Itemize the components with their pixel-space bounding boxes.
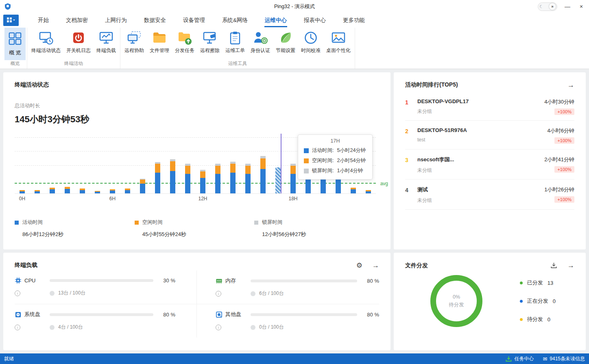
tab-data-security[interactable]: 数据安全 <box>135 13 175 28</box>
ribbon-button-work-order[interactable]: 运维工单 <box>223 28 248 55</box>
tab-device-management[interactable]: 设备管理 <box>175 13 214 28</box>
top5-panel-title: 活动时间排行(TOP5) <box>405 81 458 89</box>
moon-icon[interactable]: ☾ <box>539 4 543 9</box>
idle-time-swatch <box>304 158 309 163</box>
ribbon-group-label-terminal-activity: 终端活动 <box>28 60 119 69</box>
status-ready-text: 就绪 <box>4 355 14 362</box>
active-legend-swatch <box>15 221 19 225</box>
total-activity-label: 总活动时长 <box>15 102 390 109</box>
panel-terminal-activity: 终端活动状态 总活动时长 145小时3分钟53秒 0H6H12H18H avg … <box>3 72 390 249</box>
top5-row[interactable]: 3 nsecsoft李国...未分组 2小时41分钟+100% <box>405 150 574 180</box>
activity-bar-chart: 0H6H12H18H avg 17H 活动时间: 5小时24分钟 空闲时间: 2… <box>15 138 390 203</box>
cpu-progress-bar <box>50 279 153 282</box>
legend-active-time: 活动时间 86小时12分钟2秒 <box>15 219 135 238</box>
task-center-button[interactable]: 任务中心 <box>506 355 534 362</box>
info-icon[interactable]: i <box>15 290 24 296</box>
rank-number: 1 <box>405 98 417 115</box>
system-disk-icon <box>15 311 24 318</box>
tab-ops-center[interactable]: 运维中心 <box>256 13 295 28</box>
cpu-icon <box>15 277 24 284</box>
ribbon-tab-row: 开始 文档加密 上网行为 数据安全 设备管理 系统&网络 运维中心 报表中心 更… <box>0 13 589 28</box>
window-title: Ping32 - 演示模式 <box>0 3 589 10</box>
ribbon-button-overview[interactable]: 概 览 <box>4 28 26 60</box>
device-dot-icon <box>50 291 55 296</box>
ribbon-button-terminal-activity-status[interactable]: 终端活动状态 <box>28 28 63 55</box>
ribbon-group-ops-tools: 远程协助 文件管理 分发任务 远程擦除 运维工单 <box>120 28 355 69</box>
ribbon-button-desktop-personalize[interactable]: 桌面个性化 <box>323 28 353 55</box>
load-panel-title: 终端负载 <box>15 262 37 269</box>
ribbon-group-terminal-activity: 终端活动状态 开关机日志 终端负载 终端活动 <box>27 28 120 69</box>
distributing-dot <box>520 300 523 303</box>
legend-distributed: 已分发13 <box>520 279 556 286</box>
top5-row[interactable]: 4 测试未分组 1小时26分钟+100% <box>405 180 574 210</box>
tab-web-behavior[interactable]: 上网行为 <box>96 13 135 28</box>
clock-icon <box>303 30 318 45</box>
overview-grid-icon <box>8 31 22 46</box>
info-icon[interactable]: i <box>15 325 24 330</box>
tab-start[interactable]: 开始 <box>29 13 57 28</box>
ribbon-button-distribute-task[interactable]: 分发任务 <box>172 28 197 55</box>
folder-icon <box>152 30 167 45</box>
unread-messages-button[interactable]: ✉ 9415条未读信息 <box>543 355 585 362</box>
monitor-chart-icon <box>99 30 113 45</box>
ribbon-button-file-manager[interactable]: 文件管理 <box>147 28 172 55</box>
top5-more-arrow-icon[interactable]: → <box>567 82 574 89</box>
app-menu-button[interactable] <box>3 15 19 26</box>
tab-more-features[interactable]: 更多功能 <box>334 13 373 28</box>
distribution-panel-title: 文件分发 <box>405 262 428 269</box>
lock-legend-swatch <box>254 221 258 225</box>
minimize-button[interactable]: — <box>564 3 571 10</box>
load-more-arrow-icon[interactable]: → <box>372 262 379 269</box>
distributed-dot <box>520 282 523 284</box>
ribbon-button-terminal-load[interactable]: 终端负载 <box>94 28 119 55</box>
power-log-icon <box>71 30 86 45</box>
growth-badge: +100% <box>554 108 574 115</box>
device-dot-icon <box>50 325 55 330</box>
legend-idle-time: 空闲时间 45小时55分钟24秒 <box>135 219 255 238</box>
sun-icon[interactable]: ☀ <box>549 3 556 10</box>
main-content: 终端活动状态 总活动时长 145小时3分钟53秒 0H6H12H18H avg … <box>0 69 589 353</box>
tab-doc-encryption[interactable]: 文档加密 <box>57 13 96 28</box>
load-settings-gear-icon[interactable]: ⚙ <box>356 262 362 269</box>
memory-progress-bar <box>251 280 357 282</box>
task-center-icon <box>506 356 512 362</box>
top5-row[interactable]: 1 DESKTOP-VGDPL17未分组 4小时30分钟+100% <box>405 92 574 121</box>
tooltip-title: 17H <box>304 138 366 144</box>
info-icon[interactable]: i <box>216 291 225 297</box>
activity-panel-title: 终端活动状态 <box>15 81 49 89</box>
overview-button-label: 概 览 <box>9 49 21 56</box>
titlebar: Ping32 - 演示模式 ☾ ☀ — × <box>0 0 589 13</box>
ribbon-button-identity-auth[interactable]: 身份认证 <box>248 28 273 55</box>
distribution-download-icon[interactable] <box>550 262 558 269</box>
load-item-other-disk: 其他盘 80 % i 0台 / 100台 <box>197 304 379 338</box>
load-grid: CPU 30 % i 13台 / 100台 内存 <box>15 271 379 338</box>
info-icon[interactable]: i <box>216 325 225 330</box>
panel-file-distribution: 文件分发 → 0% 待分发 已分发13 <box>394 253 586 350</box>
tooltip-row: 活动时间: 5小时24分钟 <box>304 147 366 154</box>
tooltip-row: 锁屏时间: 1小时4分钟 <box>304 167 366 174</box>
ribbon-button-remote-wipe[interactable]: 远程擦除 <box>197 28 223 55</box>
tab-report-center[interactable]: 报表中心 <box>295 13 334 28</box>
ribbon-button-energy-settings[interactable]: 节能设置 <box>273 28 298 55</box>
monitor-clock-icon <box>39 30 53 45</box>
remote-assist-icon <box>127 30 142 45</box>
distribution-more-arrow-icon[interactable]: → <box>567 262 574 269</box>
panel-activity-top5: 活动时间排行(TOP5) → 1 DESKTOP-VGDPL17未分组 4小时3… <box>394 72 586 249</box>
active-time-swatch <box>304 148 309 153</box>
theme-toggle[interactable]: ☾ ☀ <box>538 2 557 11</box>
top5-list: 1 DESKTOP-VGDPL17未分组 4小时30分钟+100% 2 DESK… <box>405 92 574 210</box>
legend-pending: 待分发0 <box>520 316 556 323</box>
ribbon-button-remote-assist[interactable]: 远程协助 <box>122 28 147 55</box>
pending-dot <box>520 318 523 321</box>
rank-number: 4 <box>405 186 417 204</box>
top5-row[interactable]: 2 DESKTOP-51R976Atest 4小时6分钟+100% <box>405 121 574 150</box>
tab-system-network[interactable]: 系统&网络 <box>214 13 256 28</box>
envelope-icon: ✉ <box>543 356 547 362</box>
distribution-body: 0% 待分发 已分发13 正在分发0 待分发0 <box>405 275 574 327</box>
growth-badge: +100% <box>554 196 574 203</box>
close-button[interactable]: × <box>578 3 585 10</box>
ribbon-button-time-sync[interactable]: 时间校准 <box>298 28 323 55</box>
ribbon-button-power-log[interactable]: 开关机日志 <box>63 28 94 55</box>
fingerprint-person-icon <box>253 30 268 45</box>
memory-icon <box>216 277 225 284</box>
